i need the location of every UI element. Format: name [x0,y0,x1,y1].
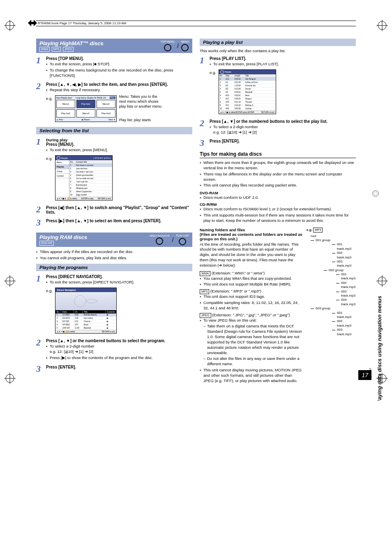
step-title: Press [PLAY LIST]. [210,56,356,61]
body-text: Discs must conform to ISO9660 level 1 or… [200,207,356,212]
step-number: 2 [36,82,44,124]
step-number: 3 [36,365,44,373]
left-column: Playing HighMAT™ discs WMA MP3 JPEG TOP … [36,39,192,384]
table-row: 5You've made me sad [69,177,112,180]
table-row: 32/21:10:04Formula one [219,84,276,88]
tips-heading: Tips for making data discs [200,151,356,158]
section-highmat: Playing HighMAT™ discs WMA MP3 JPEG TOP … [36,39,192,53]
badge-dvdvr: DVD-VR [39,241,54,246]
svg-point-19 [74,295,86,307]
step-title: Press [◀] then [▲, ▼] to switch among "P… [46,205,192,214]
subheader-selecting: Selecting from the list [36,127,192,134]
step-number: 3 [200,139,207,147]
table-row: 104/200:05:30Camber [219,107,276,111]
step-number: 1 [200,56,207,116]
table-row: 33/3 TUE2:21Cinema▶ [55,320,116,323]
example-label: e.g. [210,70,216,115]
step-pretitle: During play [46,138,192,142]
table-row: 8Wheeling spin [69,187,112,190]
body-text: This unit does not support Multiple Bit … [200,282,302,287]
direct-navigator-button[interactable]: DIRECT NAVIGATOR [150,235,170,245]
table-row: 3And when I was born [69,170,112,174]
step-title: Press [MENU]. [46,142,192,147]
slash-icon: / [172,237,174,243]
step-number: 2 [200,119,207,136]
sidebar-section-label: Playing data discs using navigation menu… [376,296,383,401]
body-text: There may be differences in the display … [200,172,356,182]
body-text: Discs must conform to UDF 2.0. [200,195,356,200]
subheader-playlist: Playing a play list [200,39,356,46]
step-title: Press [DIRECT NAVIGATOR]. [46,274,192,279]
table-row: 43/30:10:20Soccer [219,88,276,91]
table-row: 22/2 MON1:05Auto action▶ [55,317,116,320]
folder-tree-diagram: e.g. MP3 root 001 group 001 track.mp3 00… [307,228,356,385]
table-row: 54/40:00:01Baseball [219,91,276,94]
body-text: Compatible sampling rates: 8, 11.02, 12,… [200,300,302,311]
direct-navigator-diagram: Direct Navigator No. Date On Title Conte… [55,288,117,334]
naming-sub: (Files are treated as contents and folde… [200,232,302,241]
label-dvdram: DVD-RAM [200,191,356,195]
badge-jpeg: JPEG [63,47,74,52]
table-row: 11/1 WED0:05Monday feature▶ [55,313,116,317]
body-text: To exit the screen, press [PLAY LIST]. [210,62,356,67]
step-number: 2 [36,205,44,215]
badge-wma: WMA [200,271,210,276]
table-row: 64/100:00:01Neon [219,94,276,97]
body-text: (Extension: ".JPG", ".jpg", ".JPEG" or "… [212,313,290,317]
example-label: e.g. [46,156,53,201]
right-column: Playing a play list This works only when… [200,39,356,384]
doc-code: RQT8611 [369,368,371,380]
body-text: This unit does not support ID3 tags. [200,294,302,299]
annotation: Play list: play starts [119,118,164,123]
table-row: 7Evening glory [69,184,112,187]
badge-mp3: MP3 [52,47,61,52]
step-number: 2 [36,339,44,361]
body-text: This unit cannot play files recorded usi… [200,183,356,188]
step-title: Press [ENTER]. [210,139,356,143]
step-title: Press [▲, ▼, ◀, ▶] to select the item, a… [46,82,192,87]
badge-mp3: MP3 [200,289,209,294]
table-row: 84/150:01:10Thunder [219,101,276,104]
body-text: You cannot edit programs, play lists and… [36,256,192,261]
body-text: Repeat this step if necessary. [46,88,192,93]
menu-button[interactable]: MENU [181,41,189,51]
step-number: 1 [36,56,44,79]
body-text: Do not alter the files in any way or sav… [203,356,302,367]
table-row: 74/110:00:01Shogun [219,97,276,101]
top-menu-button[interactable]: TOP MENU [161,41,175,51]
body-text: To view JPEG files on this unit: Take th… [200,318,302,367]
highmat-title: Playing HighMAT™ discs [39,40,104,46]
slash-icon: / [177,43,179,49]
table-row: 1Few times in summer [69,164,112,167]
table-row: 21/10:01:20Ashley at Prom [219,81,276,84]
step-number: 1 [36,138,44,202]
example-label: e.g. [46,288,53,334]
label-cdrrw: CD-R/RW [200,202,356,207]
table-row: 111/10:00:01City Penguin [219,78,276,81]
body-text: (Extension: ".WMA" or ".wma") [212,271,265,275]
naming-head: Naming folders and files [200,228,302,232]
badge-jpeg: JPEG [200,313,211,318]
body-text: This works only when the disc contains a… [200,48,356,53]
highmat-menu-diagram: New Playlist ItemLong Name Display Te PA… [55,95,117,122]
ram-title: Playing RAM discs [39,234,87,240]
body-text: To exit the screen, press [MENU]. [46,147,192,153]
step-title: Press [▲, ▼] or the numbered buttons to … [210,119,356,124]
body-text: To select a 2-digit numbere.g. 12: [≧10]… [46,344,192,355]
body-text: To change the menu background to the one… [46,68,192,78]
table-row: 94/170:13:22Railway 3 [219,104,276,107]
body-text: When there are more than 8 groups, the e… [200,160,356,171]
step-number: 3 [36,219,44,227]
step-title: Press [TOP MENU]. [46,56,192,61]
page-footer: RQT8611 17 [358,370,371,380]
playlist-list-diagram: Playlist No. Date Length Title 111/10:00… [219,69,276,114]
table-row: 10Ziggy starfish [69,193,112,197]
table-row: 44/4 WED3:37Music▶ [55,323,116,327]
table-row: 6I can't quit him [69,180,112,184]
play-list-button[interactable]: PLAY LIST [176,235,189,245]
table-row: 9Velvet Cuppermine [69,190,112,193]
table-row: 4Quatre gymnopedies [69,174,112,177]
body-text: To exit the screen, press [■ STOP]. [46,62,192,67]
build-header: RT640W.book Page 17 Thursday, January 5,… [36,21,356,26]
body-text: To exit the screen, press [DIRECT NAVIGA… [46,280,192,285]
